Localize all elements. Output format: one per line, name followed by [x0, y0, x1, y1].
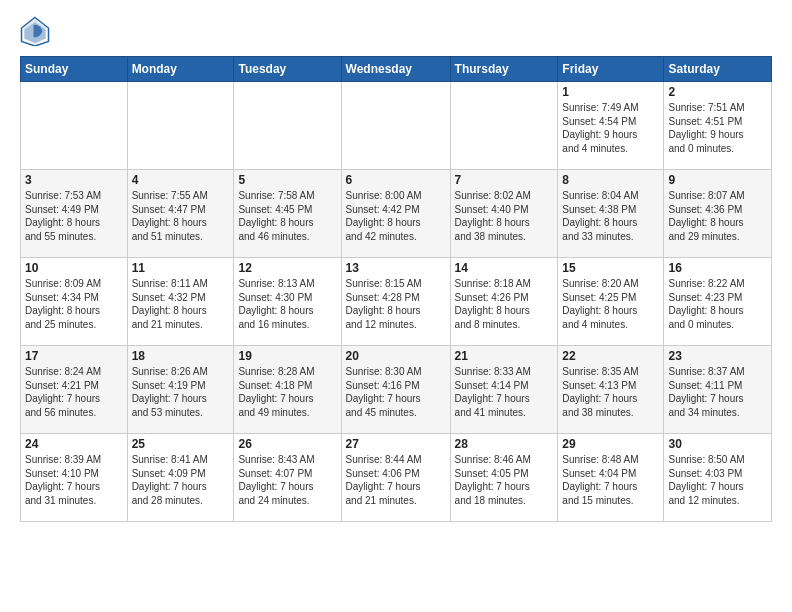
day-info: Sunrise: 8:04 AM Sunset: 4:38 PM Dayligh…: [562, 189, 659, 243]
day-info: Sunrise: 8:07 AM Sunset: 4:36 PM Dayligh…: [668, 189, 767, 243]
day-info: Sunrise: 8:35 AM Sunset: 4:13 PM Dayligh…: [562, 365, 659, 419]
day-number: 16: [668, 261, 767, 275]
calendar-week-2: 3Sunrise: 7:53 AM Sunset: 4:49 PM Daylig…: [21, 170, 772, 258]
calendar-cell: 5Sunrise: 7:58 AM Sunset: 4:45 PM Daylig…: [234, 170, 341, 258]
day-number: 8: [562, 173, 659, 187]
day-info: Sunrise: 8:11 AM Sunset: 4:32 PM Dayligh…: [132, 277, 230, 331]
weekday-saturday: Saturday: [664, 57, 772, 82]
day-info: Sunrise: 8:13 AM Sunset: 4:30 PM Dayligh…: [238, 277, 336, 331]
day-info: Sunrise: 8:22 AM Sunset: 4:23 PM Dayligh…: [668, 277, 767, 331]
calendar-cell: 12Sunrise: 8:13 AM Sunset: 4:30 PM Dayli…: [234, 258, 341, 346]
calendar-cell: 16Sunrise: 8:22 AM Sunset: 4:23 PM Dayli…: [664, 258, 772, 346]
day-number: 28: [455, 437, 554, 451]
logo-icon: [20, 16, 50, 46]
weekday-monday: Monday: [127, 57, 234, 82]
calendar-cell: [234, 82, 341, 170]
day-number: 29: [562, 437, 659, 451]
day-info: Sunrise: 8:37 AM Sunset: 4:11 PM Dayligh…: [668, 365, 767, 419]
day-number: 7: [455, 173, 554, 187]
header: [20, 16, 772, 46]
calendar-cell: 30Sunrise: 8:50 AM Sunset: 4:03 PM Dayli…: [664, 434, 772, 522]
calendar-cell: 21Sunrise: 8:33 AM Sunset: 4:14 PM Dayli…: [450, 346, 558, 434]
day-number: 13: [346, 261, 446, 275]
calendar-cell: 20Sunrise: 8:30 AM Sunset: 4:16 PM Dayli…: [341, 346, 450, 434]
day-info: Sunrise: 8:09 AM Sunset: 4:34 PM Dayligh…: [25, 277, 123, 331]
day-number: 18: [132, 349, 230, 363]
calendar-cell: 26Sunrise: 8:43 AM Sunset: 4:07 PM Dayli…: [234, 434, 341, 522]
calendar-cell: [450, 82, 558, 170]
day-number: 15: [562, 261, 659, 275]
day-info: Sunrise: 8:39 AM Sunset: 4:10 PM Dayligh…: [25, 453, 123, 507]
day-number: 20: [346, 349, 446, 363]
weekday-header-row: SundayMondayTuesdayWednesdayThursdayFrid…: [21, 57, 772, 82]
day-info: Sunrise: 8:41 AM Sunset: 4:09 PM Dayligh…: [132, 453, 230, 507]
day-info: Sunrise: 7:58 AM Sunset: 4:45 PM Dayligh…: [238, 189, 336, 243]
calendar-cell: 6Sunrise: 8:00 AM Sunset: 4:42 PM Daylig…: [341, 170, 450, 258]
calendar-week-5: 24Sunrise: 8:39 AM Sunset: 4:10 PM Dayli…: [21, 434, 772, 522]
calendar-cell: 15Sunrise: 8:20 AM Sunset: 4:25 PM Dayli…: [558, 258, 664, 346]
day-number: 22: [562, 349, 659, 363]
weekday-sunday: Sunday: [21, 57, 128, 82]
day-info: Sunrise: 8:28 AM Sunset: 4:18 PM Dayligh…: [238, 365, 336, 419]
weekday-wednesday: Wednesday: [341, 57, 450, 82]
day-number: 23: [668, 349, 767, 363]
day-number: 2: [668, 85, 767, 99]
day-number: 26: [238, 437, 336, 451]
day-number: 4: [132, 173, 230, 187]
weekday-tuesday: Tuesday: [234, 57, 341, 82]
day-info: Sunrise: 8:00 AM Sunset: 4:42 PM Dayligh…: [346, 189, 446, 243]
calendar-cell: [21, 82, 128, 170]
day-info: Sunrise: 8:43 AM Sunset: 4:07 PM Dayligh…: [238, 453, 336, 507]
calendar-cell: 29Sunrise: 8:48 AM Sunset: 4:04 PM Dayli…: [558, 434, 664, 522]
day-info: Sunrise: 8:44 AM Sunset: 4:06 PM Dayligh…: [346, 453, 446, 507]
day-number: 5: [238, 173, 336, 187]
day-info: Sunrise: 7:49 AM Sunset: 4:54 PM Dayligh…: [562, 101, 659, 155]
calendar-cell: 2Sunrise: 7:51 AM Sunset: 4:51 PM Daylig…: [664, 82, 772, 170]
day-number: 11: [132, 261, 230, 275]
calendar-table: SundayMondayTuesdayWednesdayThursdayFrid…: [20, 56, 772, 522]
calendar-cell: [341, 82, 450, 170]
calendar-cell: 13Sunrise: 8:15 AM Sunset: 4:28 PM Dayli…: [341, 258, 450, 346]
day-number: 6: [346, 173, 446, 187]
calendar-cell: 17Sunrise: 8:24 AM Sunset: 4:21 PM Dayli…: [21, 346, 128, 434]
day-number: 10: [25, 261, 123, 275]
calendar-cell: 11Sunrise: 8:11 AM Sunset: 4:32 PM Dayli…: [127, 258, 234, 346]
day-number: 9: [668, 173, 767, 187]
calendar-week-3: 10Sunrise: 8:09 AM Sunset: 4:34 PM Dayli…: [21, 258, 772, 346]
day-info: Sunrise: 8:20 AM Sunset: 4:25 PM Dayligh…: [562, 277, 659, 331]
day-info: Sunrise: 8:18 AM Sunset: 4:26 PM Dayligh…: [455, 277, 554, 331]
calendar-cell: 9Sunrise: 8:07 AM Sunset: 4:36 PM Daylig…: [664, 170, 772, 258]
calendar-cell: 1Sunrise: 7:49 AM Sunset: 4:54 PM Daylig…: [558, 82, 664, 170]
calendar-cell: [127, 82, 234, 170]
calendar-cell: 4Sunrise: 7:55 AM Sunset: 4:47 PM Daylig…: [127, 170, 234, 258]
calendar-cell: 25Sunrise: 8:41 AM Sunset: 4:09 PM Dayli…: [127, 434, 234, 522]
day-number: 27: [346, 437, 446, 451]
day-info: Sunrise: 8:50 AM Sunset: 4:03 PM Dayligh…: [668, 453, 767, 507]
calendar-cell: 23Sunrise: 8:37 AM Sunset: 4:11 PM Dayli…: [664, 346, 772, 434]
day-info: Sunrise: 8:46 AM Sunset: 4:05 PM Dayligh…: [455, 453, 554, 507]
calendar-week-1: 1Sunrise: 7:49 AM Sunset: 4:54 PM Daylig…: [21, 82, 772, 170]
calendar-cell: 19Sunrise: 8:28 AM Sunset: 4:18 PM Dayli…: [234, 346, 341, 434]
day-info: Sunrise: 8:48 AM Sunset: 4:04 PM Dayligh…: [562, 453, 659, 507]
day-number: 21: [455, 349, 554, 363]
day-info: Sunrise: 7:53 AM Sunset: 4:49 PM Dayligh…: [25, 189, 123, 243]
calendar-cell: 24Sunrise: 8:39 AM Sunset: 4:10 PM Dayli…: [21, 434, 128, 522]
day-info: Sunrise: 8:15 AM Sunset: 4:28 PM Dayligh…: [346, 277, 446, 331]
page: SundayMondayTuesdayWednesdayThursdayFrid…: [0, 0, 792, 532]
weekday-thursday: Thursday: [450, 57, 558, 82]
day-number: 1: [562, 85, 659, 99]
day-number: 12: [238, 261, 336, 275]
day-info: Sunrise: 7:55 AM Sunset: 4:47 PM Dayligh…: [132, 189, 230, 243]
calendar-cell: 14Sunrise: 8:18 AM Sunset: 4:26 PM Dayli…: [450, 258, 558, 346]
day-number: 30: [668, 437, 767, 451]
calendar-cell: 27Sunrise: 8:44 AM Sunset: 4:06 PM Dayli…: [341, 434, 450, 522]
calendar-cell: 8Sunrise: 8:04 AM Sunset: 4:38 PM Daylig…: [558, 170, 664, 258]
day-number: 3: [25, 173, 123, 187]
day-number: 17: [25, 349, 123, 363]
calendar-cell: 28Sunrise: 8:46 AM Sunset: 4:05 PM Dayli…: [450, 434, 558, 522]
logo: [20, 16, 54, 46]
weekday-friday: Friday: [558, 57, 664, 82]
calendar-cell: 10Sunrise: 8:09 AM Sunset: 4:34 PM Dayli…: [21, 258, 128, 346]
calendar-cell: 22Sunrise: 8:35 AM Sunset: 4:13 PM Dayli…: [558, 346, 664, 434]
day-number: 25: [132, 437, 230, 451]
